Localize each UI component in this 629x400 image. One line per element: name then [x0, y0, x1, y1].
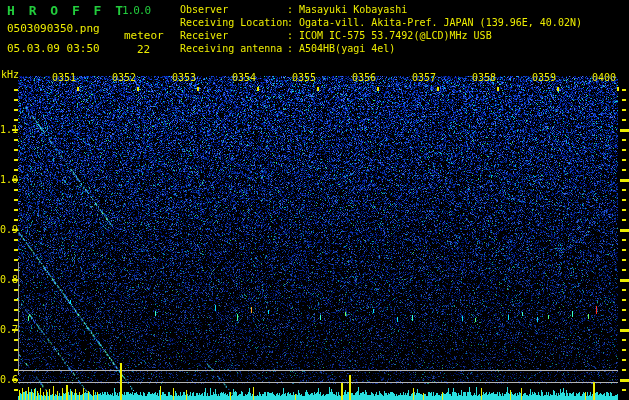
freq-tick-label: 0.8	[0, 274, 12, 285]
freq-tick-label: 1.1	[0, 124, 12, 135]
freq-tick-label: 1.0	[0, 174, 12, 185]
info-separator: :	[287, 3, 299, 16]
info-separator: :	[287, 42, 299, 55]
datetime-label: 05.03.09 03:50	[7, 42, 100, 55]
app-version: 1.0.0	[122, 4, 150, 17]
info-label: Receiving antenna	[180, 42, 287, 55]
app-title: H R O F F T	[7, 3, 126, 18]
info-label: Receiver	[180, 29, 287, 42]
station-info-block: Observer : Masayuki Kobayashi Receiving …	[180, 3, 582, 55]
info-row-location: Receiving Location : Ogata-vill. Akita-P…	[180, 16, 582, 29]
time-label: 0356	[352, 72, 376, 83]
info-label: Receiving Location	[180, 16, 287, 29]
time-label: 0358	[472, 72, 496, 83]
time-label: 0352	[112, 72, 136, 83]
info-row-antenna: Receiving antenna : A504HB(yagi 4el)	[180, 42, 582, 55]
freq-tick-label: 0.9	[0, 224, 12, 235]
time-label: 0400	[592, 72, 616, 83]
time-label: 0354	[232, 72, 256, 83]
echo-count: 22	[137, 43, 150, 56]
time-label: 0355	[292, 72, 316, 83]
spectrogram-canvas	[0, 0, 629, 400]
info-row-receiver: Receiver : ICOM IC-575 53.7492(@LCD)MHz …	[180, 29, 582, 42]
info-separator: :	[287, 29, 299, 42]
time-label: 0359	[532, 72, 556, 83]
time-label: 0351	[52, 72, 76, 83]
info-label: Observer	[180, 3, 287, 16]
info-row-observer: Observer : Masayuki Kobayashi	[180, 3, 582, 16]
info-value: A504HB(yagi 4el)	[299, 42, 395, 55]
freq-axis-unit-label: kHz	[1, 69, 19, 80]
freq-tick-label: 0.7	[0, 324, 12, 335]
observation-mode-label: meteor	[124, 29, 164, 42]
info-value: ICOM IC-575 53.7492(@LCD)MHz USB	[299, 29, 492, 42]
time-label: 0353	[172, 72, 196, 83]
info-value: Masayuki Kobayashi	[299, 3, 407, 16]
info-value: Ogata-vill. Akita-Pref. JAPAN (139.96E, …	[299, 16, 582, 29]
time-label: 0357	[412, 72, 436, 83]
info-separator: :	[287, 16, 299, 29]
output-filename: 0503090350.png	[7, 22, 100, 35]
freq-tick-label: 0.6	[0, 374, 12, 385]
hrofft-output-image: H R O F F T 1.0.0 0503090350.png meteor …	[0, 0, 629, 400]
